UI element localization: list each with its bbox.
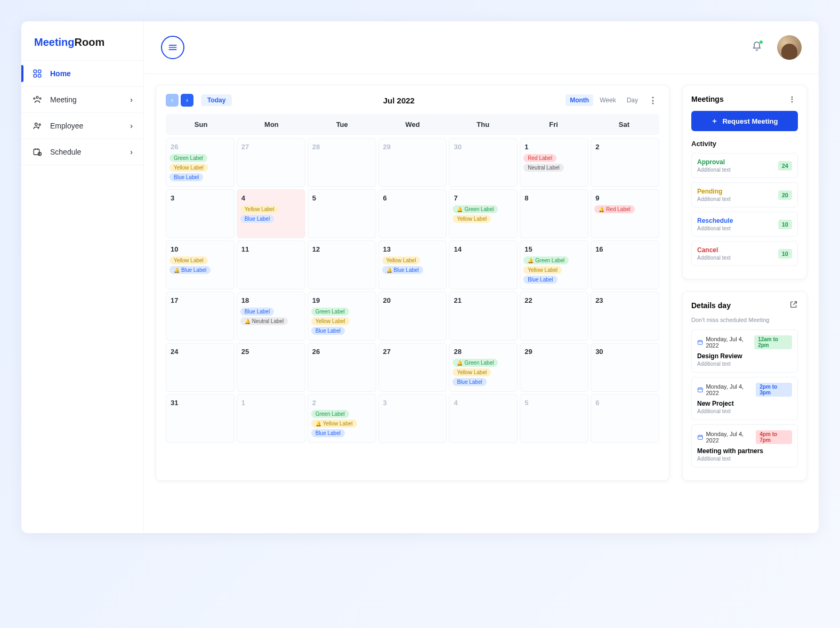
calendar-day-cell[interactable]: 4 [449, 394, 518, 443]
calendar-day-cell[interactable]: 20 [378, 292, 447, 341]
sidebar-item-schedule[interactable]: Schedule › [21, 139, 143, 165]
calendar-day-cell[interactable]: 28 [308, 138, 376, 187]
calendar-day-cell[interactable]: 6 [591, 394, 659, 443]
calendar-day-cell[interactable]: 26 [308, 343, 376, 392]
calendar-day-cell[interactable]: 8 [520, 189, 588, 238]
event-label[interactable]: Blue Label [453, 378, 486, 386]
meetings-more-button[interactable]: ⋮ [786, 94, 798, 104]
calendar-day-cell[interactable]: 25 [237, 343, 305, 392]
calendar-day-cell[interactable]: 29 [378, 138, 447, 187]
calendar-day-cell[interactable]: 17 [166, 292, 235, 341]
calendar-day-cell[interactable]: 9🔔Red Label [591, 189, 659, 238]
event-label[interactable]: 🔔Green Label [453, 205, 498, 213]
event-label[interactable]: Red Label [523, 154, 556, 162]
calendar-day-cell[interactable]: 5 [308, 189, 376, 238]
calendar-day-cell[interactable]: 7🔔Green LabelYellow Label [449, 189, 518, 238]
activity-item[interactable]: RescheduleAdditional text10 [691, 212, 798, 237]
calendar-day-cell[interactable]: 2 [591, 138, 659, 187]
calendar-day-cell[interactable]: 21 [449, 292, 518, 341]
calendar-day-cell[interactable]: 4Yellow LabelBlue Label [237, 189, 305, 238]
sidebar-item-employee[interactable]: Employee › [21, 113, 143, 139]
event-label[interactable]: Yellow Label [240, 205, 279, 213]
calendar-day-cell[interactable]: 30 [591, 343, 659, 392]
calendar-day-cell[interactable]: 5 [520, 394, 588, 443]
calendar-day-cell[interactable]: 6 [378, 189, 447, 238]
svg-rect-0 [34, 70, 36, 73]
calendar-day-cell[interactable]: 13Yellow Label🔔Blue Label [378, 240, 447, 289]
calendar-day-cell[interactable]: 3 [378, 394, 447, 443]
event-label[interactable]: Blue Label [240, 308, 274, 316]
event-label[interactable]: Yellow Label [453, 368, 491, 376]
calendar-day-cell[interactable]: 18Blue Label🔔Neutral Label [237, 292, 305, 341]
hamburger-icon [167, 42, 178, 53]
calendar-day-cell[interactable]: 19Green LabelYellow LabelBlue Label [308, 292, 376, 341]
details-item[interactable]: Monday, Jul 4, 20224pm to 7pmMeeting wit… [691, 424, 798, 468]
calendar-day-cell[interactable]: 12 [308, 240, 376, 289]
notifications-button[interactable] [752, 41, 762, 54]
details-date: Monday, Jul 4, 2022 [697, 431, 756, 444]
view-day[interactable]: Day [623, 94, 642, 106]
event-label[interactable]: Blue Label [523, 276, 557, 284]
event-label[interactable]: Neutral Label [523, 164, 563, 172]
event-label[interactable]: 🔔Blue Label [382, 266, 423, 274]
event-label[interactable]: Yellow Label [169, 164, 208, 172]
open-external-icon[interactable] [789, 300, 798, 310]
event-label[interactable]: 🔔Yellow Label [311, 420, 357, 428]
day-number: 30 [594, 348, 656, 356]
calendar-day-cell[interactable]: 14 [449, 240, 518, 289]
calendar-day-cell[interactable]: 29 [520, 343, 588, 392]
calendar-day-cell[interactable]: 27 [237, 138, 305, 187]
event-label[interactable]: Blue Label [311, 429, 345, 437]
event-label[interactable]: Blue Label [169, 173, 203, 181]
event-label[interactable]: Green Label [311, 410, 349, 418]
event-label[interactable]: Yellow Label [382, 256, 421, 264]
calendar-day-cell[interactable]: 16 [591, 240, 659, 289]
event-label[interactable]: Green Label [169, 154, 207, 162]
prev-month-button[interactable]: ‹ [166, 94, 179, 107]
calendar-day-cell[interactable]: 10Yellow Label🔔Blue Label [166, 240, 235, 289]
sidebar-item-meeting[interactable]: Meeting › [21, 87, 143, 113]
avatar[interactable] [777, 35, 802, 60]
calendar-day-cell[interactable]: 23 [591, 292, 659, 341]
calendar-day-cell[interactable]: 31 [166, 394, 235, 443]
view-switch: Month Week Day [566, 94, 642, 106]
activity-item[interactable]: ApprovalAdditional text24 [691, 153, 798, 178]
calendar-day-cell[interactable]: 24 [166, 343, 235, 392]
calendar-day-cell[interactable]: 22 [520, 292, 588, 341]
view-week[interactable]: Week [595, 94, 620, 106]
event-label[interactable]: 🔔Neutral Label [240, 317, 288, 325]
calendar-day-cell[interactable]: 3 [166, 189, 235, 238]
event-label[interactable]: 🔔Blue Label [169, 266, 211, 274]
calendar-day-cell[interactable]: 2Green Label🔔Yellow LabelBlue Label [308, 394, 376, 443]
calendar-day-cell[interactable]: 11 [237, 240, 305, 289]
event-label[interactable]: Yellow Label [523, 266, 562, 274]
calendar-more-button[interactable]: ⋮ [647, 94, 659, 107]
calendar-day-cell[interactable]: 26Green LabelYellow LabelBlue Label [166, 138, 235, 187]
sidebar-item-home[interactable]: Home [21, 61, 143, 87]
next-month-button[interactable]: › [181, 94, 193, 107]
request-meeting-button[interactable]: ＋ Request Meeting [691, 111, 798, 131]
menu-button[interactable] [161, 36, 184, 59]
activity-item[interactable]: PendingAdditional text20 [691, 182, 798, 207]
calendar-day-cell[interactable]: 27 [378, 343, 447, 392]
calendar-day-cell[interactable]: 30 [449, 138, 518, 187]
calendar-day-cell[interactable]: 28🔔Green LabelYellow LabelBlue Label [449, 343, 518, 392]
details-item[interactable]: Monday, Jul 4, 202212am to 2pmDesign Rev… [691, 329, 798, 373]
event-label[interactable]: Green Label [311, 308, 349, 316]
calendar-day-cell[interactable]: 15🔔Green LabelYellow LabelBlue Label [520, 240, 588, 289]
event-label[interactable]: 🔔Green Label [523, 256, 569, 264]
event-label[interactable]: 🔔Green Label [453, 359, 498, 367]
today-button[interactable]: Today [201, 94, 232, 106]
event-label[interactable]: Blue Label [311, 327, 345, 335]
calendar-day-cell[interactable]: 1Red LabelNeutral Label [520, 138, 588, 187]
view-month[interactable]: Month [566, 94, 593, 106]
event-label[interactable]: Blue Label [240, 215, 274, 223]
event-label[interactable]: Yellow Label [311, 317, 350, 325]
dow-cell: Sat [589, 114, 659, 135]
event-label[interactable]: Yellow Label [169, 256, 208, 264]
event-label[interactable]: 🔔Red Label [594, 205, 635, 213]
activity-item[interactable]: CancelAdditional text10 [691, 241, 798, 266]
details-item[interactable]: Monday, Jul 4, 20222pm to 3pmNew Project… [691, 377, 798, 420]
calendar-day-cell[interactable]: 1 [237, 394, 305, 443]
event-label[interactable]: Yellow Label [453, 215, 491, 223]
